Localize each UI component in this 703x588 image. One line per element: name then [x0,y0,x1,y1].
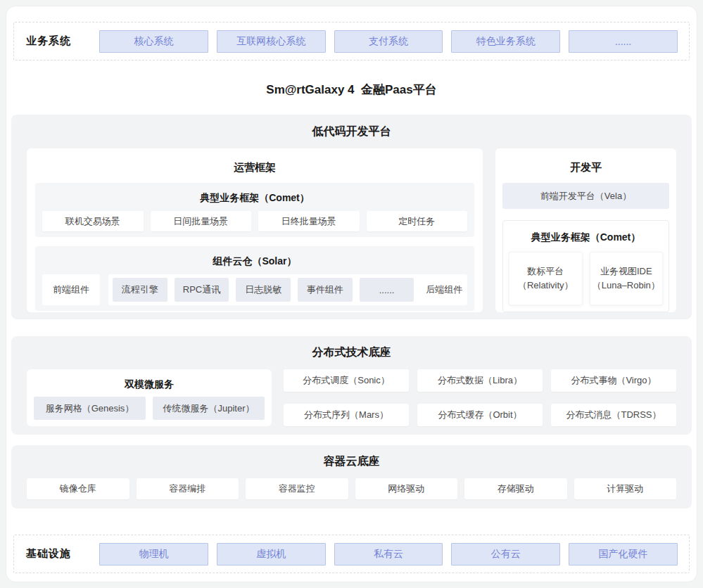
distributed-base-title: 分布式技术底座 [27,345,676,360]
distributed-services-grid: 分布式调度（Sonic） 分布式数据（Libra） 分布式事物（Virgo） 分… [284,369,676,426]
business-system-payment: 支付系统 [334,30,443,53]
chip-process-engine: 流程引擎 [113,278,167,302]
luna-robin-line2: （Luna–Robin） [593,279,660,293]
dev-platform-card: 开发平 前端开发平台（Vela） 典型业务框架（Comet） 数标平台 （Rel… [495,148,676,312]
orbit-distributed-cache: 分布式缓存（Orbit） [417,404,543,426]
vela-frontend-dev-platform: 前端开发平台（Vela） [502,183,669,209]
operation-framework-title: 运营框架 [35,160,474,174]
operation-framework-card: 运营框架 典型业务框架（Comet） 联机交易场景 日间批量场景 日终批量场景 … [27,148,483,312]
infra-physical-machine: 物理机 [99,543,208,565]
page-title: Sm@rtGalaxy 4 金融Paas平台 [13,82,690,97]
infrastructure-boxes: 物理机 虚拟机 私有云 公有云 国产化硬件 [99,543,678,565]
solar-component-row: 前端组件 流程引擎 RPC通讯 日志脱敏 事件组件 ...... 后端组件 [42,274,467,305]
business-systems-boxes: 核心系统 互联网核心系统 支付系统 特色业务系统 ...... [99,30,678,53]
frontend-component-box: 前端组件 [42,274,100,305]
lowcode-platform-section: 低代码开发平台 运营框架 典型业务框架（Comet） 联机交易场景 日间批量场景… [11,115,692,319]
genesis-service-mesh: 服务网格（Genesis） [34,397,146,420]
virgo-distributed-transaction: 分布式事物（Virgo） [551,369,676,392]
tdrss-distributed-message: 分布式消息（TDRSS） [551,404,676,426]
dev-comet-items-row: 数标平台 （Relativity） 业务视图IDE （Luna–Robin） [509,252,663,305]
distributed-base-section: 分布式技术底座 双模微服务 服务网格（Genesis） 传统微服务（Jupite… [11,336,692,435]
container-orchestration: 容器编排 [137,478,239,499]
dual-mode-microservice-title: 双模微服务 [34,378,265,390]
comet-business-framework-title: 典型业务框架（Comet） [42,191,467,204]
chip-log-masking: 日志脱敏 [236,278,291,302]
jupiter-traditional-microservice: 传统微服务（Jupiter） [153,397,265,420]
solar-component-cloud-title: 组件云仓（Solar） [42,255,467,267]
relativity-line2: （Relativity） [518,279,574,293]
network-driver: 网络驱动 [355,478,458,499]
relativity-data-platform: 数标平台 （Relativity） [509,252,583,305]
distributed-base-row: 双模微服务 服务网格（Genesis） 传统微服务（Jupiter） 分布式调度… [27,369,676,426]
lowcode-columns: 运营框架 典型业务框架（Comet） 联机交易场景 日间批量场景 日终批量场景 … [27,148,676,312]
container-base-row: 镜像仓库 容器编排 容器监控 网络驱动 存储驱动 计算驱动 [27,478,676,499]
scenario-daytime-batch: 日间批量场景 [151,211,252,231]
infra-virtual-machine: 虚拟机 [217,543,326,565]
sonic-distributed-scheduling: 分布式调度（Sonic） [284,369,409,392]
infrastructure-row: 基础设施 物理机 虚拟机 私有云 公有云 国产化硬件 [13,535,690,573]
backend-component-label: 后端组件 [421,283,467,296]
chip-event-component: 事件组件 [298,278,353,302]
solar-component-cloud-section: 组件云仓（Solar） 前端组件 流程引擎 RPC通讯 日志脱敏 事件组件 ..… [35,246,474,311]
lowcode-platform-title: 低代码开发平台 [27,124,676,139]
comet-scenario-row: 联机交易场景 日间批量场景 日终批量场景 定时任务 [42,211,467,231]
libra-distributed-data: 分布式数据（Libra） [417,369,543,392]
container-base-title: 容器云底座 [27,454,676,469]
business-system-more: ...... [569,30,678,53]
infra-public-cloud: 公有云 [451,543,560,565]
backend-component-strip: 流程引擎 RPC通讯 日志脱敏 事件组件 ...... 后端组件 [108,274,467,305]
container-base-section: 容器云底座 镜像仓库 容器编排 容器监控 网络驱动 存储驱动 计算驱动 [11,445,692,509]
compute-driver: 计算驱动 [574,478,677,499]
relativity-line1: 数标平台 [527,264,564,279]
luna-robin-line1: 业务视图IDE [600,264,652,279]
scenario-endofday-batch: 日终批量场景 [258,211,360,231]
scenario-online-trade: 联机交易场景 [42,211,144,231]
business-systems-row: 业务系统 核心系统 互联网核心系统 支付系统 特色业务系统 ...... [13,22,690,60]
dev-platform-title: 开发平 [502,160,669,174]
infra-domestic-hardware: 国产化硬件 [569,543,678,565]
chip-more-components: ...... [360,278,414,302]
business-system-special: 特色业务系统 [451,30,560,53]
image-registry: 镜像仓库 [27,478,129,499]
comet-business-framework-section: 典型业务框架（Comet） 联机交易场景 日间批量场景 日终批量场景 定时任务 [35,183,474,237]
chip-rpc-comm: RPC通讯 [175,278,229,302]
dual-mode-chips-row: 服务网格（Genesis） 传统微服务（Jupiter） [34,397,265,420]
dev-comet-framework-section: 典型业务框架（Comet） 数标平台 （Relativity） 业务视图IDE … [502,220,669,312]
business-systems-label: 业务系统 [26,34,99,48]
scenario-scheduled-task: 定时任务 [367,211,468,231]
business-system-core: 核心系统 [99,30,208,53]
business-system-internet-core: 互联网核心系统 [217,30,326,53]
luna-robin-business-view-ide: 业务视图IDE （Luna–Robin） [590,252,664,305]
dual-mode-microservice-card: 双模微服务 服务网格（Genesis） 传统微服务（Jupiter） [27,369,272,426]
infrastructure-label: 基础设施 [26,547,99,561]
architecture-diagram-page: 业务系统 核心系统 互联网核心系统 支付系统 特色业务系统 ...... Sm@… [6,6,697,582]
dev-comet-framework-title: 典型业务框架（Comet） [509,231,663,243]
storage-driver: 存储驱动 [464,478,567,499]
container-monitoring: 容器监控 [246,478,348,499]
infra-private-cloud: 私有云 [334,543,443,565]
mars-distributed-sequence: 分布式序列（Mars） [284,404,409,426]
